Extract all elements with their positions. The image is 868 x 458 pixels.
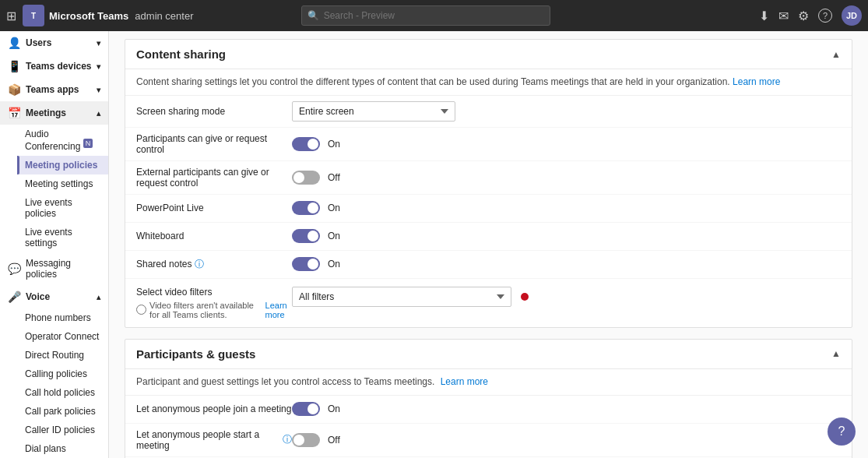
sidebar-item-meetings[interactable]: 📅 Meetings ▴ [0,101,108,125]
whiteboard-toggle-label: On [328,231,340,241]
sidebar: 👤 Users ▾ 📱 Teams devices ▾ 📦 Teams apps… [0,31,109,458]
sidebar-item-teams-devices[interactable]: 📱 Teams devices ▾ [0,55,108,78]
sidebar-item-meeting-settings[interactable]: Meeting settings [17,174,108,193]
topbar-actions: ⬇ ✉ ⚙ ? JD [759,5,862,26]
audio-conferencing-label: Audio Conferencing N [25,129,100,152]
participants-guests-header: Participants & guests ▲ [125,340,852,369]
messaging-icon: 💬 [8,262,21,275]
sidebar-item-users[interactable]: 👤 Users ▾ [0,31,108,55]
participants-control-toggle[interactable] [292,137,320,151]
shared-notes-toggle[interactable] [292,257,320,271]
content-sharing-description: Content sharing settings let you control… [125,69,852,96]
participants-guests-description: Participant and guest settings let you c… [125,369,852,396]
anonymous-join-label: Let anonymous people join a meeting [136,403,292,414]
anonymous-join-toggle[interactable] [292,402,320,416]
sidebar-item-label: Voice [26,291,50,302]
teams-apps-icon: 📦 [8,83,21,96]
app-subtitle: admin center [135,10,193,22]
topbar: ⊞ T Microsoft Teams admin center 🔍 ⬇ ✉ ⚙… [0,0,868,31]
meeting-settings-label: Meeting settings [25,178,93,189]
shared-notes-control: On [292,257,841,271]
sidebar-item-phone-numbers[interactable]: Phone numbers [17,308,108,327]
sidebar-item-meeting-policies[interactable]: Meeting policies [17,156,108,174]
search-bar: 🔍 [301,5,550,26]
sidebar-item-calling-policies[interactable]: Calling policies [17,365,108,383]
sidebar-item-live-events-settings[interactable]: Live events settings [17,223,108,252]
powerpoint-live-control: On [292,201,841,215]
screen-sharing-mode-select[interactable]: Entire screen Single application Disable… [292,101,455,122]
powerpoint-live-label: PowerPoint Live [136,203,292,213]
sidebar-item-operator-connect[interactable]: Operator Connect [17,327,108,346]
video-filter-radio[interactable] [136,305,146,315]
participants-control-row: Participants can give or request control… [125,128,852,161]
external-participants-control-row: External participants can give or reques… [125,161,852,195]
shared-notes-info-icon[interactable]: ⓘ [195,258,204,271]
video-filters-row: Select video filters Video filters aren'… [125,279,852,327]
external-participants-control-label: External participants can give or reques… [136,167,292,188]
external-participants-control-toggle-label: Off [328,172,340,183]
anonymous-start-info-icon[interactable]: ⓘ [283,433,292,446]
app-grid-icon[interactable]: ⊞ [6,9,16,23]
sidebar-item-label: Users [26,37,51,48]
live-events-settings-label: Live events settings [25,227,100,248]
anonymous-start-label: Let anonymous people start a meeting ⓘ [136,429,292,451]
video-filter-indicator [521,293,529,301]
live-events-policies-label: Live events policies [25,197,100,219]
meetings-submenu: Audio Conferencing N Meeting policies Me… [0,125,108,252]
sidebar-item-caller-id-policies[interactable]: Caller ID policies [17,421,108,439]
search-input[interactable] [301,5,550,26]
external-participants-control-toggle[interactable] [292,171,320,185]
anonymous-join-control: On [292,402,841,416]
download-icon[interactable]: ⬇ [759,9,769,23]
content-sharing-title: Content sharing [136,48,226,61]
whiteboard-control: On [292,229,841,243]
screen-sharing-mode-label: Screen sharing mode [136,106,292,117]
sidebar-item-call-park-policies[interactable]: Call park policies [17,402,108,421]
participants-control-label: Participants can give or request control [136,133,292,155]
content-sharing-section: Content sharing ▲ Content sharing settin… [125,39,852,328]
app-title: Microsoft Teams [49,10,128,22]
mail-icon[interactable]: ✉ [778,9,789,23]
powerpoint-live-row: PowerPoint Live On [125,195,852,223]
chevron-down-icon: ▾ [97,39,100,48]
content-sharing-header: Content sharing ▲ [125,40,852,69]
sidebar-item-teams-apps[interactable]: 📦 Teams apps ▾ [0,78,108,101]
anonymous-join-row: Let anonymous people join a meeting On [125,396,852,424]
screen-sharing-mode-row: Screen sharing mode Entire screen Single… [125,96,852,128]
video-filters-select[interactable]: All filters Background blur only Backgro… [292,287,511,307]
sidebar-item-messaging-policies[interactable]: 💬 Messaging policies [0,252,108,285]
powerpoint-live-toggle-label: On [328,203,340,213]
anonymous-join-toggle-label: On [328,403,340,414]
sidebar-item-label: Meetings [26,107,66,118]
help-fab-button[interactable]: ? [828,417,856,446]
sidebar-item-live-events-policies[interactable]: Live events policies [17,193,108,223]
powerpoint-live-toggle[interactable] [292,201,320,215]
teams-logo-icon: T [23,5,44,26]
participants-guests-learn-more-link[interactable]: Learn more [441,376,488,387]
participants-control-control: On [292,137,841,151]
content-sharing-collapse-button[interactable]: ▲ [831,49,841,60]
sidebar-item-dial-plans[interactable]: Dial plans [17,439,108,458]
main-content: Content sharing ▲ Content sharing settin… [109,31,868,458]
video-filters-label: Select video filters Video filters aren'… [136,287,292,319]
avatar[interactable]: JD [842,5,862,26]
help-icon[interactable]: ? [818,9,832,23]
settings-icon[interactable]: ⚙ [798,9,809,23]
screen-sharing-mode-control: Entire screen Single application Disable… [292,101,841,122]
participants-guests-title: Participants & guests [136,347,255,361]
shared-notes-toggle-label: On [328,259,340,270]
content-sharing-learn-more-link[interactable]: Learn more [733,76,780,87]
search-icon: 🔍 [307,10,319,21]
participants-control-toggle-label: On [328,139,340,150]
voice-icon: 🎤 [8,291,21,303]
video-filter-learn-more-link[interactable]: Learn more [265,301,292,319]
participants-guests-collapse-button[interactable]: ▲ [831,348,841,359]
sidebar-item-label: Teams devices [26,61,92,72]
sidebar-item-audio-conferencing[interactable]: Audio Conferencing N [17,125,108,156]
anonymous-start-toggle[interactable] [292,433,320,447]
whiteboard-toggle[interactable] [292,229,320,243]
sidebar-item-call-hold-policies[interactable]: Call hold policies [17,383,108,402]
help-fab-icon: ? [838,425,845,439]
sidebar-item-direct-routing[interactable]: Direct Routing [17,346,108,365]
sidebar-item-voice[interactable]: 🎤 Voice ▴ [0,285,108,308]
